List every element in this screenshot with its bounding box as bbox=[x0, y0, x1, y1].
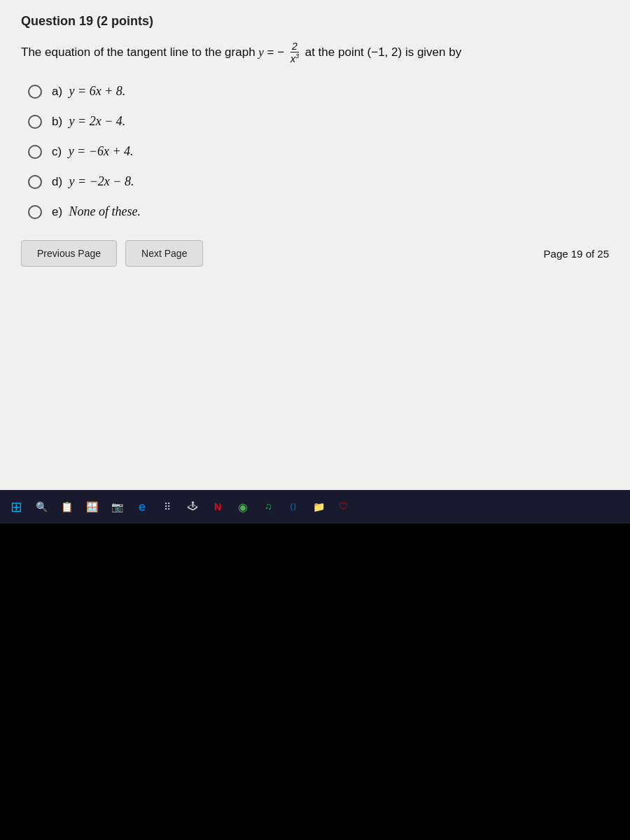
page-indicator: Page 19 of 25 bbox=[544, 248, 609, 260]
question-header: Question 19 (2 points) bbox=[21, 14, 609, 29]
fraction-denominator: x3 bbox=[289, 52, 300, 64]
window-icon[interactable]: 🪟 bbox=[81, 496, 102, 517]
option-c-expr: y = −6x + 4. bbox=[69, 144, 134, 158]
shield-icon[interactable]: 🛡 bbox=[333, 496, 354, 517]
camera-icon[interactable]: 📷 bbox=[106, 496, 127, 517]
apps-grid-icon[interactable]: ⠿ bbox=[157, 496, 178, 517]
option-d-label: d) y = −2x − 8. bbox=[52, 174, 134, 189]
question-text-part2: at the point (−1, 2) is given by bbox=[305, 46, 462, 59]
option-a-prefix: a) bbox=[52, 85, 66, 98]
option-b-label: b) y = 2x − 4. bbox=[52, 114, 125, 129]
question-text: The equation of the tangent line to the … bbox=[21, 41, 609, 64]
fraction-numerator: 2 bbox=[290, 41, 299, 52]
option-e-prefix: e) bbox=[52, 205, 66, 218]
option-e[interactable]: e) None of these. bbox=[28, 204, 609, 219]
joystick-icon[interactable]: 🕹 bbox=[182, 496, 203, 517]
radio-e[interactable] bbox=[28, 205, 42, 219]
radio-c[interactable] bbox=[28, 145, 42, 159]
option-b-prefix: b) bbox=[52, 115, 66, 128]
black-area bbox=[0, 524, 630, 840]
option-e-expr: None of these. bbox=[69, 204, 141, 218]
taskbar: ⊞ 🔍 📋 🪟 📷 e ⠿ 🕹 N ◉ ♫ ⟨⟩ 📁 🛡 bbox=[0, 490, 630, 524]
option-c-label: c) y = −6x + 4. bbox=[52, 144, 134, 159]
option-e-label: e) None of these. bbox=[52, 204, 141, 219]
quiz-area: Question 19 (2 points) The equation of t… bbox=[0, 0, 630, 490]
option-c-prefix: c) bbox=[52, 145, 65, 158]
windows-icon[interactable]: ⊞ bbox=[6, 496, 27, 517]
option-b-expr: y = 2x − 4. bbox=[69, 114, 126, 128]
option-a-label: a) y = 6x + 8. bbox=[52, 84, 125, 99]
edge-icon[interactable]: e bbox=[132, 496, 153, 517]
option-b[interactable]: b) y = 2x − 4. bbox=[28, 114, 609, 129]
search-icon[interactable]: 🔍 bbox=[31, 496, 52, 517]
radio-a[interactable] bbox=[28, 85, 42, 99]
option-d-expr: y = −2x − 8. bbox=[69, 174, 134, 188]
vscode-icon[interactable]: ⟨⟩ bbox=[283, 496, 304, 517]
files-icon[interactable]: 📋 bbox=[56, 496, 77, 517]
radio-d[interactable] bbox=[28, 175, 42, 189]
equals-sign: = − bbox=[267, 46, 285, 59]
previous-page-button[interactable]: Previous Page bbox=[21, 240, 117, 267]
question-text-part1: The equation of the tangent line to the … bbox=[21, 46, 258, 59]
spotify-icon[interactable]: ♫ bbox=[258, 496, 279, 517]
navigation-row: Previous Page Next Page Page 19 of 25 bbox=[21, 240, 609, 267]
option-a[interactable]: a) y = 6x + 8. bbox=[28, 84, 609, 99]
option-d[interactable]: d) y = −2x − 8. bbox=[28, 174, 609, 189]
chrome-icon[interactable]: ◉ bbox=[232, 496, 253, 517]
fraction: 2 x3 bbox=[289, 41, 300, 64]
netflix-icon[interactable]: N bbox=[207, 496, 228, 517]
var-y: y bbox=[258, 46, 264, 59]
radio-b[interactable] bbox=[28, 115, 42, 129]
options-list: a) y = 6x + 8. b) y = 2x − 4. c) y = −6x… bbox=[28, 84, 609, 219]
folder-icon[interactable]: 📁 bbox=[308, 496, 329, 517]
next-page-button[interactable]: Next Page bbox=[125, 240, 203, 267]
option-c[interactable]: c) y = −6x + 4. bbox=[28, 144, 609, 159]
option-d-prefix: d) bbox=[52, 175, 66, 188]
option-a-expr: y = 6x + 8. bbox=[69, 84, 126, 98]
